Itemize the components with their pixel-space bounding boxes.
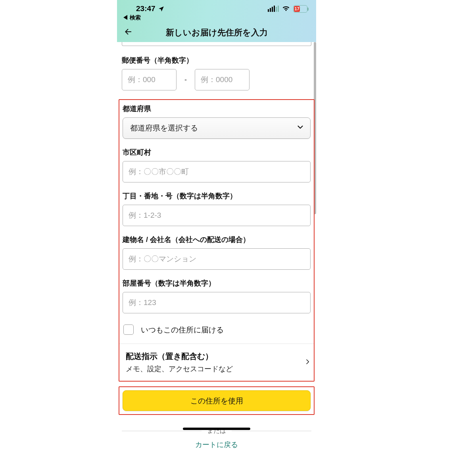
postal-label: 郵便番号（半角数字）: [122, 56, 311, 65]
status-bar: 23:47: [117, 3, 316, 14]
postal-placeholder-2: 例：0000: [201, 75, 232, 85]
prefecture-group: 都道府県 都道府県を選択する: [123, 104, 311, 139]
default-address-row[interactable]: いつもこの住所に届ける: [123, 322, 311, 344]
phone-frame: 23:47: [117, 0, 316, 476]
use-address-highlight: この住所を使用: [119, 386, 315, 415]
back-to-search[interactable]: ◀ 検索: [123, 14, 141, 21]
default-address-label: いつもこの住所に届ける: [141, 325, 224, 335]
room-label: 部屋番号（数字は半角数字）: [123, 278, 311, 288]
city-group: 市区町村 例：〇〇市〇〇町: [123, 148, 311, 182]
building-label: 建物名 / 会社名（会社への配送の場合）: [123, 235, 311, 244]
street-input[interactable]: 例：1-2-3: [123, 205, 311, 226]
prefecture-select[interactable]: 都道府県を選択する: [123, 117, 311, 139]
chevron-right-icon: [304, 357, 311, 369]
back-arrow-icon[interactable]: [123, 27, 133, 38]
battery-level: 17: [294, 6, 300, 12]
prefecture-label: 都道府県: [123, 104, 311, 113]
building-placeholder: 例：〇〇マンション: [129, 254, 196, 264]
location-arrow-icon: [158, 6, 165, 12]
default-address-checkbox[interactable]: [123, 324, 134, 335]
delivery-instructions-subtitle: メモ、設定、アクセスコードなど: [126, 364, 233, 374]
street-placeholder: 例：1-2-3: [129, 210, 161, 221]
home-indicator[interactable]: [183, 428, 250, 430]
battery-icon: 17: [293, 5, 307, 13]
postal-group: 郵便番号（半角数字） 例：000 - 例：0000: [122, 56, 311, 90]
cellular-signal-icon: [268, 6, 279, 12]
room-group: 部屋番号（数字は半角数字） 例：123: [123, 278, 311, 313]
room-placeholder: 例：123: [129, 298, 156, 308]
use-address-button-label: この住所を使用: [190, 396, 243, 406]
wifi-icon: [282, 4, 290, 13]
postal-input-2[interactable]: 例：0000: [195, 69, 250, 90]
building-group: 建物名 / 会社名（会社への配送の場合） 例：〇〇マンション: [123, 235, 311, 270]
city-input[interactable]: 例：〇〇市〇〇町: [123, 161, 311, 182]
form-content: 郵便番号（半角数字） 例：000 - 例：0000 都道府県 都道府県を選択する: [117, 42, 316, 449]
back-to-cart-link[interactable]: カートに戻る: [122, 440, 311, 449]
street-group: 丁目・番地・号（数字は半角数字） 例：1-2-3: [123, 191, 311, 226]
postal-placeholder-1: 例：000: [128, 75, 155, 85]
city-placeholder: 例：〇〇市〇〇町: [129, 167, 189, 177]
use-address-button[interactable]: この住所を使用: [123, 390, 311, 411]
page-title: 新しいお届け先住所を入力: [166, 27, 268, 38]
header: 23:47: [117, 0, 316, 42]
postal-dash: -: [184, 76, 187, 84]
previous-input-cutoff[interactable]: [122, 42, 311, 46]
delivery-instructions-title: 配送指示（置き配含む）: [126, 351, 233, 362]
city-label: 市区町村: [123, 148, 311, 157]
address-details-highlight: 都道府県 都道府県を選択する 市区町村 例：〇〇市〇〇町 丁目・番: [119, 99, 315, 382]
building-input[interactable]: 例：〇〇マンション: [123, 248, 311, 270]
prefecture-select-text: 都道府県を選択する: [130, 123, 198, 133]
room-input[interactable]: 例：123: [123, 292, 311, 313]
app-bar: 新しいお届け先住所を入力: [117, 24, 316, 41]
status-time: 23:47: [136, 4, 155, 13]
delivery-instructions-row[interactable]: 配送指示（置き配含む） メモ、設定、アクセスコードなど: [119, 344, 314, 381]
postal-input-1[interactable]: 例：000: [122, 69, 177, 90]
chevron-down-icon: [296, 123, 305, 134]
street-label: 丁目・番地・号（数字は半角数字）: [123, 191, 311, 201]
